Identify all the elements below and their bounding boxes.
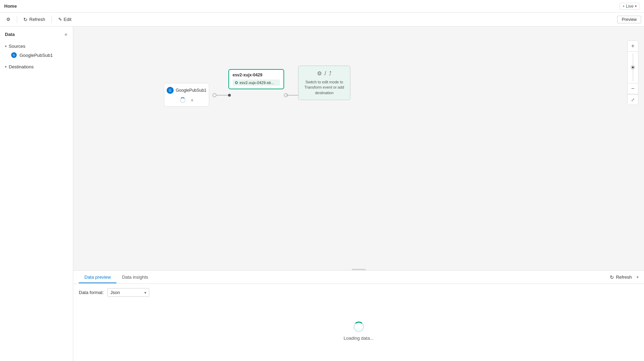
tab-data-preview-label: Data preview — [84, 274, 111, 280]
title-bar-left: Home — [4, 3, 17, 9]
sidebar-sources-section: ▾ Sources G GooglePubSub1 — [0, 40, 73, 61]
live-label: Live — [626, 4, 634, 9]
toolbar: ⚙ ↻ Refresh ✎ Edit Preview — [0, 13, 644, 27]
eventstream-item: esv2-xujx-0429-str... — [233, 80, 280, 86]
settings-icon: ⚙ — [6, 17, 10, 22]
bottom-tab-actions: ↻ Refresh ▾ — [607, 273, 638, 281]
preview-label: Preview — [622, 17, 637, 22]
zoom-controls: + − ⤢ — [627, 40, 638, 105]
loading-text: Loading data... — [343, 336, 373, 341]
collapse-icon: « — [65, 31, 67, 37]
destination-hint-node: ⚙ / ⤴ Switch to edit mode to Transform e… — [298, 66, 350, 100]
sidebar-collapse-button[interactable]: « — [64, 31, 68, 38]
source-icon-text: G — [169, 89, 172, 92]
svg-point-3 — [284, 93, 288, 97]
edit-icon: ✎ — [58, 17, 62, 22]
destinations-label: Destinations — [9, 64, 34, 69]
zoom-handle[interactable] — [631, 66, 635, 69]
loading-area: Loading data... — [73, 301, 644, 361]
bottom-refresh-button[interactable]: ↻ Refresh — [607, 273, 635, 281]
zoom-fit-button[interactable]: ⤢ — [628, 94, 638, 105]
source-node-icon: G — [167, 87, 174, 94]
zoom-in-icon: + — [631, 43, 634, 49]
live-dropdown-icon: ▾ — [635, 4, 637, 8]
tab-data-insights[interactable]: Data insights — [116, 272, 154, 283]
drag-handle-bar — [352, 269, 366, 270]
googlepubsub-label: GooglePubSub1 — [20, 53, 53, 58]
refresh-icon: ↻ — [23, 17, 28, 22]
dest-hint-text: Switch to edit mode to Transform event o… — [303, 80, 346, 96]
pipeline-canvas[interactable]: G GooglePubSub1 ≡ esv2-xujx-0429 esv2-xu… — [73, 27, 644, 268]
dest-hint-icons: ⚙ / ⤴ — [317, 70, 332, 77]
refresh-button[interactable]: ↻ Refresh — [20, 15, 49, 24]
source-node-header: G GooglePubSub1 — [167, 87, 206, 94]
main-layout: Data « ▾ Sources G GooglePubSub1 ▾ Dest — [0, 27, 644, 361]
data-format-select-wrapper: Json CSV Avro — [107, 288, 149, 297]
settings-gear-icon: ⚙ — [317, 70, 322, 77]
sidebar-item-googlepubsub1[interactable]: G GooglePubSub1 — [0, 51, 73, 60]
sources-section-header[interactable]: ▾ Sources — [0, 42, 73, 51]
tab-data-insights-label: Data insights — [122, 274, 148, 280]
loading-spinner-large — [354, 322, 364, 332]
zoom-fit-icon: ⤢ — [631, 97, 635, 102]
data-format-label: Data format: — [79, 290, 104, 295]
eventstream-item-dot — [235, 81, 238, 84]
sidebar-destinations-section: ▾ Destinations — [0, 61, 73, 73]
bottom-refresh-label: Refresh — [616, 274, 632, 280]
svg-point-0 — [213, 93, 216, 97]
zoom-in-button[interactable]: + — [628, 41, 638, 51]
toolbar-divider-2 — [52, 16, 52, 23]
slash-separator: / — [325, 70, 326, 77]
bottom-tabs-left: Data preview Data insights — [79, 272, 154, 283]
zoom-out-button[interactable]: − — [628, 83, 638, 94]
sources-label: Sources — [9, 44, 25, 49]
source-hamburger-icon: ≡ — [191, 98, 193, 102]
toolbar-divider — [17, 16, 17, 23]
bottom-tabs: Data preview Data insights ↻ Refresh ▾ — [73, 271, 644, 284]
sidebar: Data « ▾ Sources G GooglePubSub1 ▾ Dest — [0, 27, 73, 361]
edit-button[interactable]: ✎ Edit — [55, 15, 75, 23]
source-loading-spinner — [180, 97, 185, 103]
live-badge[interactable]: ● Live ▾ — [620, 3, 640, 10]
destinations-section-header[interactable]: ▾ Destinations — [0, 62, 73, 71]
svg-point-2 — [228, 94, 231, 97]
tab-data-preview[interactable]: Data preview — [79, 272, 116, 283]
data-format-row: Data format: Json CSV Avro — [73, 284, 644, 301]
zoom-out-icon: − — [631, 85, 634, 92]
eventstream-title: esv2-xujx-0429 — [233, 73, 280, 77]
eventstream-node[interactable]: esv2-xujx-0429 esv2-xujx-0429-str... — [228, 69, 284, 89]
bottom-refresh-icon: ↻ — [610, 274, 614, 280]
title-bar: Home ● Live ▾ — [0, 0, 644, 13]
settings-button[interactable]: ⚙ — [3, 15, 14, 23]
sidebar-title: Data — [5, 32, 15, 37]
export-icon: ⤴ — [329, 70, 332, 77]
googlepubsub-icon: G — [11, 52, 17, 58]
googlepubsub-icon-text: G — [13, 53, 15, 57]
eventstream-item-label: esv2-xujx-0429-str... — [240, 81, 274, 85]
page-title: Home — [4, 3, 17, 9]
source-node-name: GooglePubSub1 — [176, 88, 206, 93]
edit-label: Edit — [64, 17, 71, 22]
sidebar-header: Data « — [0, 27, 73, 40]
destinations-chevron: ▾ — [5, 65, 7, 69]
bottom-refresh-chevron[interactable]: ▾ — [637, 275, 638, 279]
source-node[interactable]: G GooglePubSub1 ≡ — [164, 83, 209, 107]
refresh-label: Refresh — [29, 17, 45, 22]
bottom-panel: Data preview Data insights ↻ Refresh ▾ D… — [73, 270, 644, 361]
sources-chevron: ▾ — [5, 44, 7, 48]
canvas-container: G GooglePubSub1 ≡ esv2-xujx-0429 esv2-xu… — [73, 27, 644, 361]
preview-button[interactable]: Preview — [617, 16, 641, 23]
data-format-select[interactable]: Json CSV Avro — [107, 288, 149, 297]
